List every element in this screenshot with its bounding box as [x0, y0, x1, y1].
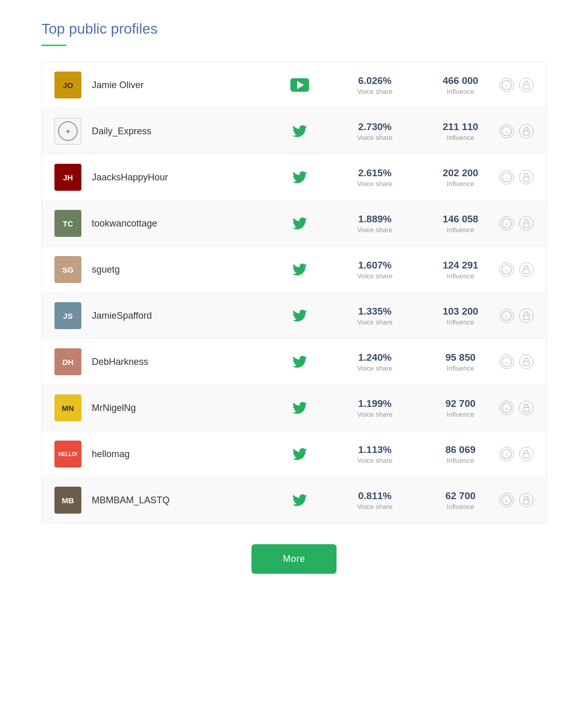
voice-share-label: Voice share — [344, 318, 406, 326]
lock-button[interactable] — [519, 355, 534, 369]
voice-share-block: 2.615% Voice share — [344, 167, 406, 188]
avatar: SG — [54, 256, 81, 283]
svg-rect-25 — [523, 315, 529, 319]
platform-icon-twitter — [287, 355, 313, 369]
more-button-container: More — [41, 544, 547, 574]
platform-icon-twitter — [287, 262, 313, 277]
voice-share-block: 1.199% Voice share — [344, 398, 406, 418]
influence-block: 95 850 Influence — [432, 352, 489, 372]
info-button[interactable] — [499, 262, 514, 277]
voice-share-block: 2.730% Voice share — [344, 121, 406, 141]
avatar: ✦ — [54, 118, 81, 145]
info-button[interactable] — [499, 308, 514, 323]
voice-share-label: Voice share — [344, 226, 406, 234]
profile-name[interactable]: tookwancottage — [92, 218, 287, 229]
voice-share-value: 2.730% — [344, 121, 406, 133]
svg-rect-13 — [523, 177, 529, 181]
influence-value: 146 058 — [432, 214, 489, 225]
influence-block: 124 291 Influence — [432, 260, 489, 280]
platform-icon-youtube — [287, 78, 313, 92]
voice-share-block: 1.607% Voice share — [344, 260, 406, 280]
avatar: JO — [54, 72, 81, 98]
platform-icon-twitter — [287, 447, 313, 461]
influence-label: Influence — [432, 88, 489, 95]
lock-button[interactable] — [519, 401, 534, 415]
profile-row: SGsguetg 1.607% Voice share 124 291 Infl… — [42, 247, 546, 293]
actions — [499, 216, 534, 231]
profile-name[interactable]: Jamie Oliver — [92, 80, 287, 91]
title-underline — [41, 45, 66, 46]
svg-rect-21 — [523, 269, 529, 273]
lock-button[interactable] — [519, 216, 534, 231]
influence-block: 103 200 Influence — [432, 306, 489, 326]
svg-text:✦: ✦ — [65, 128, 71, 136]
avatar: JH — [54, 164, 81, 191]
influence-label: Influence — [432, 180, 489, 188]
profile-row: JOJamie Oliver 6.026% Voice share 466 00… — [42, 62, 546, 108]
influence-block: 86 069 Influence — [432, 444, 489, 464]
info-button[interactable] — [499, 78, 514, 92]
profile-name[interactable]: sguetg — [92, 264, 287, 275]
lock-button[interactable] — [519, 124, 534, 138]
info-button[interactable] — [499, 401, 514, 415]
svg-rect-3 — [523, 84, 529, 89]
info-button[interactable] — [499, 170, 514, 185]
voice-share-label: Voice share — [344, 88, 406, 95]
profile-name[interactable]: MBMBAM_LASTQ — [92, 495, 287, 506]
page-title: Top public profiles — [41, 21, 547, 37]
influence-value: 211 110 — [432, 121, 489, 133]
svg-point-12 — [507, 175, 507, 176]
info-button[interactable] — [499, 493, 514, 507]
more-button[interactable]: More — [251, 544, 336, 574]
svg-rect-9 — [523, 131, 529, 135]
voice-share-value: 6.026% — [344, 75, 406, 87]
profile-name[interactable]: JamieSpafford — [92, 310, 287, 321]
avatar: DH — [54, 348, 81, 375]
info-button[interactable] — [499, 355, 514, 369]
profile-name[interactable]: MrNigelNg — [92, 403, 287, 414]
profiles-list: JOJamie Oliver 6.026% Voice share 466 00… — [41, 62, 547, 523]
voice-share-value: 1.113% — [344, 444, 406, 456]
profile-name[interactable]: DebHarkness — [92, 357, 287, 367]
influence-value: 62 700 — [432, 490, 489, 502]
profile-row: JHJaacksHappyHour 2.615% Voice share 202… — [42, 154, 546, 201]
influence-label: Influence — [432, 226, 489, 234]
avatar: HELLO! — [54, 441, 81, 468]
lock-button[interactable] — [519, 308, 534, 323]
actions — [499, 78, 534, 92]
lock-button[interactable] — [519, 262, 534, 277]
info-button[interactable] — [499, 124, 514, 138]
voice-share-block: 1.335% Voice share — [344, 306, 406, 326]
voice-share-value: 2.615% — [344, 167, 406, 179]
actions — [499, 262, 534, 277]
avatar: JS — [54, 302, 81, 329]
lock-button[interactable] — [519, 493, 534, 507]
voice-share-label: Voice share — [344, 457, 406, 464]
platform-icon-twitter — [287, 401, 313, 415]
influence-value: 202 200 — [432, 167, 489, 179]
voice-share-label: Voice share — [344, 364, 406, 372]
avatar: TC — [54, 210, 81, 237]
voice-share-value: 1.240% — [344, 352, 406, 363]
actions — [499, 308, 534, 323]
lock-button[interactable] — [519, 170, 534, 185]
voice-share-label: Voice share — [344, 410, 406, 418]
voice-share-block: 6.026% Voice share — [344, 75, 406, 95]
platform-icon-twitter — [287, 308, 313, 323]
influence-block: 211 110 Influence — [432, 121, 489, 141]
lock-button[interactable] — [519, 447, 534, 461]
info-button[interactable] — [499, 447, 514, 461]
voice-share-block: 1.113% Voice share — [344, 444, 406, 464]
influence-value: 103 200 — [432, 306, 489, 317]
influence-label: Influence — [432, 272, 489, 280]
profile-name[interactable]: hellomag — [92, 449, 287, 460]
profile-row: TCtookwancottage 1.889% Voice share 146 … — [42, 201, 546, 247]
lock-button[interactable] — [519, 78, 534, 92]
avatar: MN — [54, 394, 81, 421]
voice-share-block: 0.811% Voice share — [344, 490, 406, 511]
profile-name[interactable]: Daily_Express — [92, 126, 287, 137]
info-button[interactable] — [499, 216, 514, 231]
influence-label: Influence — [432, 457, 489, 464]
profile-name[interactable]: JaacksHappyHour — [92, 172, 287, 183]
svg-point-20 — [507, 267, 507, 268]
